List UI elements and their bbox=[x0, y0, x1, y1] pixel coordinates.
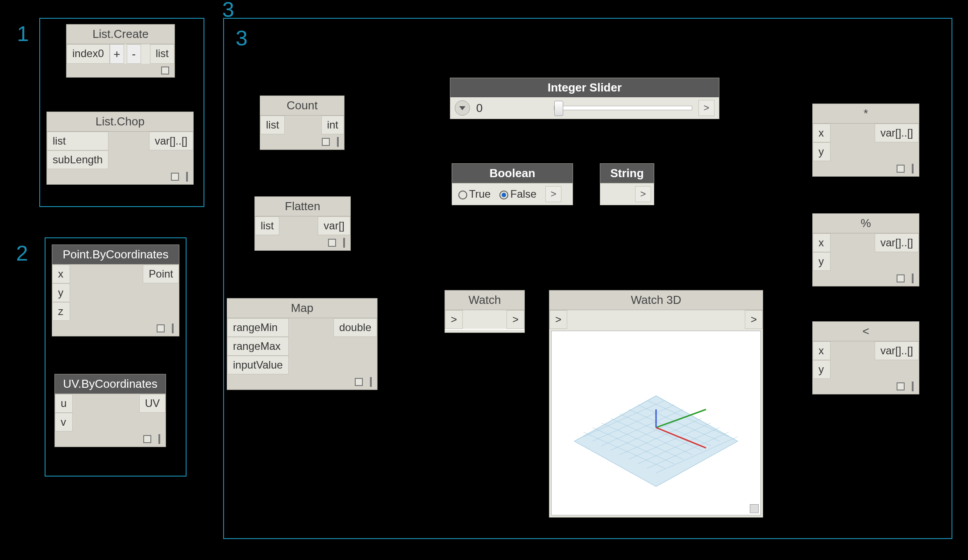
node-title: Count bbox=[260, 96, 344, 116]
node-title: List.Chop bbox=[47, 112, 193, 132]
add-port-button[interactable]: + bbox=[110, 44, 124, 64]
input-port-z[interactable]: z bbox=[52, 302, 70, 321]
preview-checkbox[interactable] bbox=[143, 435, 151, 443]
preview-checkbox[interactable] bbox=[897, 382, 905, 390]
remove-port-button[interactable]: - bbox=[127, 44, 141, 64]
slider-track[interactable] bbox=[554, 106, 692, 110]
node-title: Boolean bbox=[452, 164, 573, 183]
lacing-icon[interactable] bbox=[172, 324, 174, 333]
preview-checkbox[interactable] bbox=[171, 173, 179, 181]
preview-checkbox[interactable] bbox=[322, 138, 330, 146]
output-port[interactable]: > bbox=[698, 100, 715, 116]
preview-checkbox[interactable] bbox=[157, 324, 165, 332]
output-port-double[interactable]: double bbox=[333, 318, 377, 337]
preview-checkbox[interactable] bbox=[897, 165, 905, 173]
node-list-create[interactable]: List.Create index0 + - list bbox=[66, 24, 175, 78]
input-port-x[interactable]: x bbox=[813, 233, 831, 252]
output-port-uv[interactable]: UV bbox=[139, 394, 166, 413]
output-port-var[interactable]: var[]..[] bbox=[149, 132, 193, 150]
output-port-list[interactable]: list bbox=[150, 44, 174, 64]
node-title: UV.ByCoordinates bbox=[55, 374, 166, 394]
output-port-var[interactable]: var[] bbox=[318, 216, 350, 235]
output-port[interactable]: > bbox=[635, 186, 651, 202]
node-boolean[interactable]: Boolean True False > bbox=[452, 163, 573, 205]
string-input[interactable] bbox=[600, 184, 632, 204]
node-watch[interactable]: Watch > > bbox=[445, 290, 525, 333]
radio-false-label[interactable]: False bbox=[499, 188, 536, 200]
input-port-sublength[interactable]: subLength bbox=[47, 150, 108, 169]
lacing-icon[interactable] bbox=[343, 238, 345, 248]
input-port-y[interactable]: y bbox=[813, 360, 831, 379]
input-port-y[interactable]: y bbox=[813, 252, 831, 271]
radio-false[interactable] bbox=[499, 191, 508, 199]
lacing-icon[interactable] bbox=[370, 377, 372, 387]
output-port[interactable]: > bbox=[545, 186, 561, 202]
node-uv-bycoordinates[interactable]: UV.ByCoordinates u v UV bbox=[54, 374, 166, 447]
input-port-inputvalue[interactable]: inputValue bbox=[227, 356, 289, 374]
lacing-icon[interactable] bbox=[912, 274, 914, 283]
node-title: Integer Slider bbox=[450, 78, 719, 97]
node-title: String bbox=[600, 164, 654, 183]
input-port-x[interactable]: x bbox=[52, 265, 70, 283]
watch3d-scene bbox=[552, 331, 760, 515]
node-multiply[interactable]: * x y var[]..[] bbox=[812, 104, 919, 177]
output-port-point[interactable]: Point bbox=[143, 265, 179, 283]
watch-content bbox=[445, 329, 524, 332]
node-count[interactable]: Count list int bbox=[260, 95, 345, 150]
lacing-icon[interactable] bbox=[912, 382, 914, 391]
input-port[interactable]: > bbox=[445, 310, 463, 329]
node-title: Point.ByCoordinates bbox=[52, 245, 179, 265]
lacing-icon[interactable] bbox=[158, 434, 160, 444]
node-title: List.Create bbox=[66, 25, 174, 44]
input-port-list[interactable]: list bbox=[255, 216, 279, 235]
input-port-x[interactable]: x bbox=[813, 341, 831, 360]
preview-checkbox[interactable] bbox=[897, 274, 905, 282]
expand-button[interactable] bbox=[455, 100, 470, 116]
lacing-icon[interactable] bbox=[337, 137, 339, 147]
slider-value[interactable]: 0 bbox=[476, 101, 548, 115]
node-title: * bbox=[813, 104, 919, 124]
input-port-x[interactable]: x bbox=[813, 124, 831, 142]
input-port-rangemax[interactable]: rangeMax bbox=[227, 337, 289, 356]
node-title: Watch 3D bbox=[549, 290, 763, 310]
node-lessthan[interactable]: < x y var[]..[] bbox=[812, 321, 919, 394]
resize-handle-icon[interactable] bbox=[750, 504, 759, 513]
node-integer-slider[interactable]: Integer Slider 0 > bbox=[450, 78, 719, 119]
input-port-index0[interactable]: index0 bbox=[66, 44, 110, 64]
output-port[interactable]: > bbox=[507, 310, 524, 329]
lacing-icon[interactable] bbox=[912, 164, 914, 174]
input-port-u[interactable]: u bbox=[55, 394, 73, 413]
output-port-int[interactable]: int bbox=[321, 116, 344, 134]
output-port-var[interactable]: var[]..[] bbox=[875, 124, 919, 142]
node-title: % bbox=[813, 214, 919, 233]
preview-checkbox[interactable] bbox=[328, 239, 336, 247]
output-port-var[interactable]: var[]..[] bbox=[875, 233, 919, 252]
node-watch-3d[interactable]: Watch 3D > > bbox=[549, 290, 763, 518]
node-list-chop[interactable]: List.Chop list subLength var[]..[] bbox=[46, 112, 194, 185]
radio-false-text: False bbox=[510, 188, 536, 200]
node-modulo[interactable]: % x y var[]..[] bbox=[812, 213, 919, 286]
preview-checkbox[interactable] bbox=[355, 378, 363, 386]
slider-thumb[interactable] bbox=[554, 101, 563, 116]
node-map[interactable]: Map rangeMin rangeMax inputValue double bbox=[227, 298, 378, 390]
input-port-y[interactable]: y bbox=[52, 283, 70, 302]
output-port[interactable]: > bbox=[745, 310, 763, 329]
node-title: Watch bbox=[445, 290, 524, 310]
node-title: Map bbox=[227, 299, 377, 318]
watch3d-viewport[interactable] bbox=[551, 331, 761, 515]
output-port-var[interactable]: var[]..[] bbox=[875, 341, 919, 360]
node-flatten[interactable]: Flatten list var[] bbox=[254, 196, 351, 251]
node-string[interactable]: String > bbox=[600, 163, 654, 205]
lacing-icon[interactable] bbox=[186, 172, 188, 182]
preview-checkbox[interactable] bbox=[161, 66, 169, 75]
input-port-rangemin[interactable]: rangeMin bbox=[227, 318, 289, 337]
input-port-v[interactable]: v bbox=[55, 413, 73, 431]
radio-true-label[interactable]: True bbox=[458, 188, 490, 200]
input-port[interactable]: > bbox=[549, 310, 567, 329]
radio-true[interactable] bbox=[458, 191, 467, 199]
input-port-y[interactable]: y bbox=[813, 142, 831, 161]
chevron-down-icon bbox=[459, 106, 465, 110]
node-point-bycoordinates[interactable]: Point.ByCoordinates x y z Point bbox=[52, 245, 179, 336]
input-port-list[interactable]: list bbox=[260, 116, 285, 134]
input-port-list[interactable]: list bbox=[47, 132, 108, 150]
